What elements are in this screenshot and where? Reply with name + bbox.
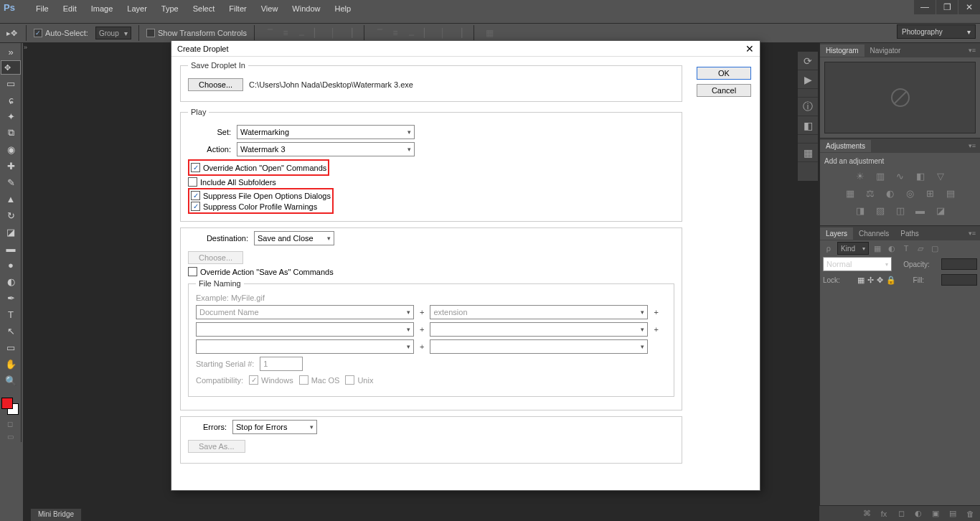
panel-menu-icon[interactable]: ▾≡: [964, 230, 980, 237]
panel-menu-icon[interactable]: ▾≡: [964, 47, 980, 54]
healing-tool-icon[interactable]: ✚: [1, 158, 21, 174]
crop-tool-icon[interactable]: ⧉: [1, 125, 21, 141]
blur-tool-icon[interactable]: ●: [1, 257, 21, 273]
zoom-tool-icon[interactable]: 🔍: [1, 372, 21, 388]
suppress-open-checkbox[interactable]: [191, 191, 200, 200]
blend-mode-select[interactable]: Normal▾: [823, 257, 892, 271]
align-left-icon[interactable]: ▏: [309, 25, 325, 41]
auto-select-target[interactable]: Group▾: [95, 27, 131, 39]
lock-position-icon[interactable]: ✢: [867, 276, 874, 285]
tab-histogram[interactable]: Histogram: [820, 44, 864, 57]
adj-threshold-icon[interactable]: ◫: [894, 204, 907, 217]
align-vcenter-icon[interactable]: ≡: [278, 25, 293, 41]
opacity-value[interactable]: [941, 258, 977, 270]
lock-all-icon[interactable]: ✥: [877, 276, 883, 285]
adj-hue-icon[interactable]: ▦: [844, 187, 857, 200]
screenmode-icon[interactable]: ▭: [0, 431, 20, 442]
menu-image[interactable]: Image: [84, 3, 121, 14]
mini-bridge-tab[interactable]: Mini Bridge: [30, 508, 82, 521]
tab-paths[interactable]: Paths: [895, 227, 925, 240]
suppress-color-checkbox[interactable]: [191, 202, 200, 211]
action-select[interactable]: Watermark 3▾: [237, 142, 415, 156]
shape-tool-icon[interactable]: ▭: [1, 339, 21, 355]
new-group-icon[interactable]: ▣: [930, 508, 941, 520]
panel-icon-info[interactable]: ⓘ: [798, 98, 818, 116]
menu-file[interactable]: File: [29, 3, 56, 14]
stamp-tool-icon[interactable]: ▲: [1, 191, 21, 207]
window-close[interactable]: ✕: [958, 0, 980, 14]
align-top-icon[interactable]: ⎺: [262, 25, 278, 41]
toolbox-collapse-icon[interactable]: »: [1, 44, 21, 60]
type-tool-icon[interactable]: T: [1, 306, 21, 322]
adj-photofilter-icon[interactable]: ◎: [904, 187, 917, 200]
adj-brightness-icon[interactable]: ☀: [854, 169, 867, 182]
brush-tool-icon[interactable]: ✎: [1, 174, 21, 190]
dist-hcenter-icon[interactable]: │: [435, 25, 451, 41]
align-right-icon[interactable]: ▕: [341, 25, 357, 41]
hand-tool-icon[interactable]: ✋: [1, 356, 21, 372]
menu-view[interactable]: View: [254, 3, 286, 14]
layer-mask-icon[interactable]: ◻: [895, 508, 907, 520]
layer-filter-icon[interactable]: ρ: [823, 243, 834, 254]
eyedropper-tool-icon[interactable]: ◉: [1, 141, 21, 157]
show-transform-checkbox[interactable]: [146, 29, 155, 37]
pen-tool-icon[interactable]: ✒: [1, 290, 21, 306]
dist-right-icon[interactable]: ▕: [451, 25, 466, 41]
window-minimize[interactable]: —: [914, 0, 936, 14]
marquee-tool-icon[interactable]: ▭: [1, 75, 21, 91]
adj-exposure-icon[interactable]: ◧: [914, 169, 927, 182]
cancel-button[interactable]: Cancel: [697, 84, 751, 97]
quickmask-icon[interactable]: ◻: [0, 418, 20, 429]
lock-icon[interactable]: 🔒: [886, 276, 896, 285]
move-tool-preset-icon[interactable]: ▸✥: [4, 26, 19, 40]
dist-vcenter-icon[interactable]: ≡: [387, 25, 403, 41]
adj-selectivecolor-icon[interactable]: ◪: [934, 204, 947, 217]
lasso-tool-icon[interactable]: ɕ: [1, 92, 21, 108]
lock-pixels-icon[interactable]: ▦: [857, 276, 864, 285]
include-subfolders-checkbox[interactable]: [188, 177, 197, 187]
filter-adjust-icon[interactable]: ◐: [886, 243, 897, 254]
override-saveas-checkbox[interactable]: [188, 267, 197, 276]
override-open-checkbox[interactable]: [191, 163, 200, 172]
history-brush-tool-icon[interactable]: ↻: [1, 207, 21, 223]
new-layer-icon[interactable]: ▤: [947, 508, 958, 520]
dist-bottom-icon[interactable]: ⎽: [403, 25, 419, 41]
dist-left-icon[interactable]: ▏: [419, 25, 435, 41]
filter-type-icon[interactable]: T: [900, 243, 912, 254]
color-swatches[interactable]: [0, 396, 20, 416]
filter-smart-icon[interactable]: ▢: [929, 243, 941, 254]
eraser-tool-icon[interactable]: ◪: [1, 224, 21, 240]
adj-colorbalance-icon[interactable]: ⚖: [864, 187, 877, 200]
align-hcenter-icon[interactable]: │: [325, 25, 341, 41]
path-select-tool-icon[interactable]: ↖: [1, 323, 21, 339]
foreground-color-swatch[interactable]: [1, 398, 13, 409]
choose-save-button[interactable]: Choose...: [188, 78, 243, 91]
adj-bw-icon[interactable]: ◐: [884, 187, 897, 200]
filter-shape-icon[interactable]: ▱: [915, 243, 926, 254]
menu-window[interactable]: Window: [285, 3, 327, 14]
set-select[interactable]: Watermarking▾: [237, 125, 415, 139]
menu-select[interactable]: Select: [186, 3, 222, 14]
panel-menu-icon[interactable]: ▾≡: [964, 142, 980, 149]
auto-align-icon[interactable]: ▦: [481, 25, 497, 41]
menu-type[interactable]: Type: [154, 3, 186, 14]
canvas-tab-handle[interactable]: »: [23, 43, 33, 53]
wand-tool-icon[interactable]: ✦: [1, 108, 21, 124]
window-maximize[interactable]: ❐: [936, 0, 958, 14]
dist-top-icon[interactable]: ⎺: [372, 25, 387, 41]
adj-posterize-icon[interactable]: ▨: [874, 204, 887, 217]
dodge-tool-icon[interactable]: ◐: [1, 273, 21, 289]
layer-filter-kind[interactable]: Kind▾: [837, 242, 869, 255]
adj-levels-icon[interactable]: ▥: [874, 169, 887, 182]
tab-navigator[interactable]: Navigator: [864, 44, 907, 57]
tab-layers[interactable]: Layers: [820, 227, 853, 240]
adj-invert-icon[interactable]: ◨: [854, 204, 867, 217]
panel-icon-swatches[interactable]: ▦: [798, 144, 818, 162]
menu-help[interactable]: Help: [327, 3, 358, 14]
tab-channels[interactable]: Channels: [853, 227, 895, 240]
close-icon[interactable]: ✕: [745, 43, 754, 55]
ok-button[interactable]: OK: [697, 67, 751, 80]
adj-gradientmap-icon[interactable]: ▬: [914, 204, 927, 217]
move-tool-icon[interactable]: ✥: [1, 60, 21, 75]
errors-select[interactable]: Stop for Errors▾: [232, 420, 317, 434]
